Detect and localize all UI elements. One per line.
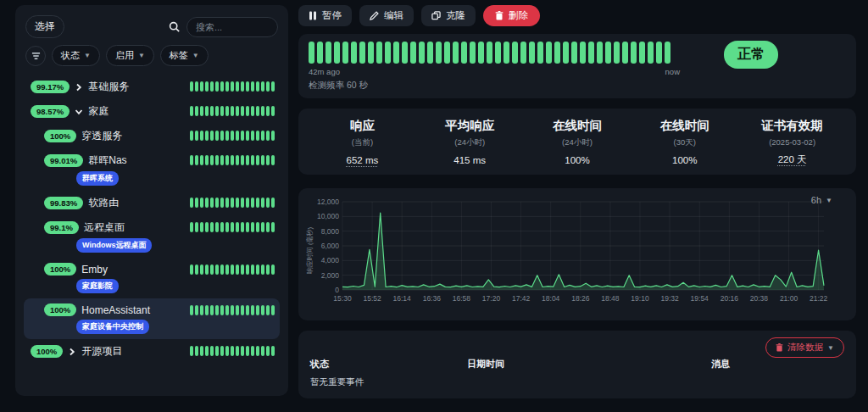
- heartbeat-bar: [266, 81, 270, 92]
- heartbeat-bar: [215, 264, 219, 275]
- heartbeat-bar: [231, 264, 234, 275]
- filter-status-dropdown[interactable]: 状态 ▼: [52, 45, 100, 66]
- heartbeat-bar: [190, 346, 193, 356]
- heartbeat-bar: [210, 305, 214, 315]
- heartbeat-bar: [546, 42, 552, 64]
- monitor-row[interactable]: 100%HomeAssistant家庭设备中央控制: [24, 298, 280, 339]
- heartbeat-bar: [195, 305, 198, 315]
- monitor-row[interactable]: 100%穿透服务: [24, 124, 280, 148]
- delete-button[interactable]: 删除: [483, 5, 540, 26]
- monitor-row-info: 99.01%群晖Nas群晖系统: [44, 153, 190, 186]
- heartbeat-bar: [246, 264, 249, 275]
- heartbeat-bar: [504, 42, 509, 64]
- monitor-row-info: 99.17%基础服务: [31, 80, 190, 94]
- heartbeat-bar: [236, 264, 239, 275]
- heartbeat-bar: [210, 346, 214, 356]
- heartbeat-bar: [210, 106, 214, 116]
- svg-text:4,000: 4,000: [321, 256, 340, 264]
- svg-text:17:42: 17:42: [512, 294, 531, 303]
- edit-button[interactable]: 编辑: [359, 5, 414, 26]
- column-message: 消息: [711, 358, 844, 370]
- monitor-row[interactable]: 99.01%群晖Nas群晖系统: [24, 148, 280, 191]
- heartbeat-bar: [266, 222, 270, 232]
- heartbeat-bar: [241, 155, 244, 165]
- heartbeat-bar: [200, 305, 203, 315]
- events-card: 清除数据 ▼ 状态 日期时间 消息 暂无重要事件: [298, 331, 856, 398]
- heartbeat-bar: [225, 155, 229, 165]
- monitor-row[interactable]: 100%开源项目: [24, 339, 280, 364]
- heartbeat-bar: [309, 42, 314, 64]
- heartbeat-bar: [200, 346, 203, 356]
- filter-active-label: 启用: [115, 49, 134, 62]
- monitor-name: 基础服务: [88, 80, 129, 94]
- select-button[interactable]: 选择: [25, 15, 64, 38]
- heartbeat-bar: [225, 106, 229, 116]
- heartbeat-bar: [215, 198, 219, 208]
- heartbeat-bar: [241, 131, 244, 141]
- heartbeat-bar: [215, 81, 219, 92]
- stats-card: 响应(当前)652 ms平均响应(24小时)415 ms在线时间(24小时)10…: [298, 109, 856, 175]
- edit-label: 编辑: [384, 9, 403, 22]
- heartbeat-bar: [326, 42, 331, 64]
- heartbeat-bar: [359, 42, 365, 64]
- svg-text:21:00: 21:00: [780, 294, 798, 303]
- monitor-row-line: 100%穿透服务: [44, 129, 190, 143]
- monitor-row[interactable]: 99.17%基础服务: [24, 75, 280, 99]
- chevron-down-icon[interactable]: [75, 108, 83, 116]
- heartbeat-bar: [220, 131, 224, 141]
- stat-value: 220 天: [738, 153, 846, 166]
- monitor-row-info: 100%Emby家庭影院: [44, 263, 190, 293]
- filter-icon-button[interactable]: [25, 46, 46, 66]
- monitor-name: 开源项目: [81, 344, 122, 359]
- monitor-sidebar: 选择 状态 ▼ 启用 ▼ 标签 ▼ 99.17%基础服务98.57%家庭100%…: [15, 5, 288, 396]
- heartbeat-bar: [376, 42, 382, 64]
- monitor-row[interactable]: 100%Emby家庭影院: [24, 258, 280, 298]
- heartbeat-bar: [251, 264, 254, 275]
- heartbeat-bar: [195, 346, 198, 356]
- monitor-tag: 家庭设备中央控制: [76, 320, 149, 334]
- heartbeat-bar: [220, 155, 224, 165]
- chevron-down-icon: ▼: [192, 52, 199, 59]
- chevron-right-icon[interactable]: [75, 83, 83, 92]
- heartbeat-bar: [241, 346, 244, 356]
- stat-title: 在线时间: [631, 118, 738, 134]
- filter-active-dropdown[interactable]: 启用 ▼: [106, 45, 154, 66]
- uptime-badge: 99.17%: [31, 81, 70, 93]
- heartbeat-bar: [554, 42, 560, 64]
- heartbeat-bar: [436, 42, 442, 64]
- stat-title: 证书有效期: [738, 118, 846, 134]
- response-time-chart: 02,0004,0006,0008,00010,00012,00015:3015…: [312, 195, 836, 317]
- clear-data-button[interactable]: 清除数据 ▼: [765, 337, 844, 358]
- heartbeat-bar: [631, 42, 637, 64]
- heartbeat-bar: [656, 42, 662, 64]
- column-status: 状态: [310, 358, 467, 370]
- svg-text:16:36: 16:36: [423, 294, 442, 303]
- heartbeat-start-time: 42m ago: [309, 67, 340, 76]
- filter-tags-dropdown[interactable]: 标签 ▼: [160, 45, 209, 66]
- heartbeat-bar: [231, 155, 234, 165]
- svg-text:15:30: 15:30: [333, 294, 352, 303]
- heartbeat-bar: [639, 42, 645, 64]
- heartbeat-bar: [220, 346, 224, 356]
- monitor-row[interactable]: 99.83%软路由: [24, 191, 280, 215]
- uptime-badge: 99.1%: [44, 221, 79, 234]
- monitor-row[interactable]: 98.57%家庭: [24, 99, 280, 124]
- uptime-badge: 100%: [44, 130, 76, 142]
- search-icon: [169, 21, 180, 32]
- chevron-right-icon[interactable]: [68, 348, 76, 356]
- heartbeat-bar: [195, 106, 198, 116]
- heartbeat-bar: [351, 42, 357, 64]
- search-input[interactable]: [186, 17, 278, 37]
- clone-button[interactable]: 克隆: [421, 5, 476, 26]
- heartbeat-bar: [246, 346, 249, 356]
- monitor-row[interactable]: 99.1%远程桌面Windows远程桌面: [24, 215, 280, 258]
- pause-button[interactable]: 暂停: [298, 5, 352, 26]
- heartbeat-bar: [231, 346, 234, 356]
- heartbeat-bar: [261, 106, 264, 116]
- svg-text:19:32: 19:32: [660, 294, 679, 303]
- stat-value: 415 ms: [416, 155, 524, 165]
- svg-text:2,000: 2,000: [321, 271, 340, 280]
- heartbeat-bar: [195, 222, 198, 232]
- monitor-list: 99.17%基础服务98.57%家庭100%穿透服务99.01%群晖Nas群晖系…: [24, 75, 280, 364]
- heartbeat-bar: [231, 198, 234, 208]
